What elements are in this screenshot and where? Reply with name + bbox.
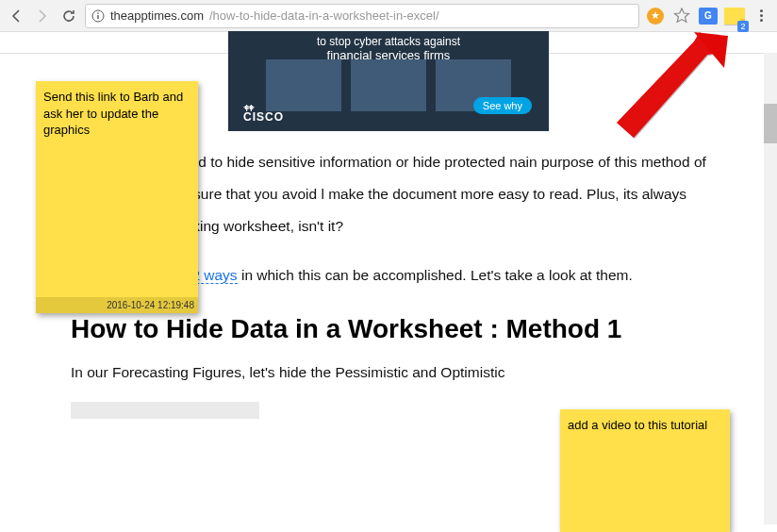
star-icon: ★ xyxy=(647,8,664,25)
url-path: /how-to-hide-data-in-a-worksheet-in-exce… xyxy=(209,8,439,23)
bookmark-button[interactable] xyxy=(671,6,692,26)
ad-brand-logo: ·ı|ı·ı|ı· CISCO xyxy=(243,105,284,124)
ad-brand-text: CISCO xyxy=(243,110,284,124)
ad-banner[interactable]: to stop cyber attacks against financial … xyxy=(228,31,549,131)
ad-text-line2: financial services firms xyxy=(228,48,549,62)
sticky-note-text: Send this link to Barb and ask her to up… xyxy=(43,89,190,139)
sticky-notes-extension-button[interactable]: 2 xyxy=(724,6,745,26)
translate-icon: G xyxy=(699,8,718,25)
info-icon xyxy=(91,9,105,23)
sticky-count-badge: 2 xyxy=(737,21,749,32)
chrome-menu-button[interactable] xyxy=(751,6,771,26)
star-outline-icon xyxy=(673,8,690,25)
address-bar[interactable]: theapptimes.com/how-to-hide-data-in-a-wo… xyxy=(85,4,639,28)
sticky-note-text: add a video to this tutorial xyxy=(568,417,722,434)
section-heading: How to Hide Data in a Worksheet : Method… xyxy=(71,312,706,346)
section-intro: In our Forecasting Figures, let's hide t… xyxy=(71,364,706,381)
back-button[interactable] xyxy=(6,6,26,26)
kebab-icon xyxy=(756,9,767,22)
url-host: theapptimes.com xyxy=(110,8,204,23)
svg-rect-2 xyxy=(97,12,98,13)
translate-extension-button[interactable]: G xyxy=(698,6,719,26)
reload-button[interactable] xyxy=(58,6,79,26)
text-fragment: in which this can be accomplished. Let's… xyxy=(238,267,633,283)
svg-rect-1 xyxy=(97,15,98,19)
sticky-note-1[interactable]: Send this link to Barb and ask her to up… xyxy=(36,81,198,313)
sticky-note-timestamp: 2016-10-24 12:19:48 xyxy=(36,297,198,314)
ad-text-top: to stop cyber attacks against xyxy=(228,31,549,48)
ad-cta-button[interactable]: See why xyxy=(473,97,532,114)
vertical-scrollbar-thumb[interactable] xyxy=(764,104,777,143)
browser-toolbar: theapptimes.com/how-to-hide-data-in-a-wo… xyxy=(0,0,777,32)
sticky-note-2[interactable]: add a video to this tutorial xyxy=(560,409,730,532)
favorite-extension-button[interactable]: ★ xyxy=(645,6,666,26)
forward-button[interactable] xyxy=(32,6,53,26)
image-placeholder xyxy=(71,402,259,419)
